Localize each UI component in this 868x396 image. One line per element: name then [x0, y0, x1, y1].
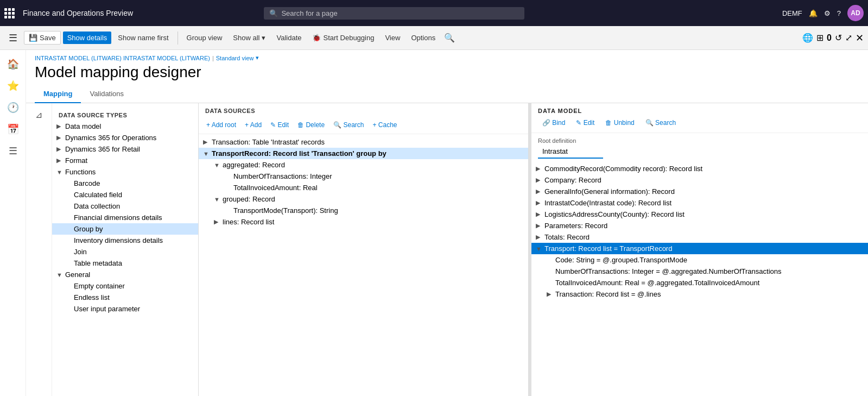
global-search[interactable]: 🔍 Search for a page: [264, 7, 524, 20]
tree-item-label: Inventory dimensions details: [74, 236, 163, 244]
tree-item-label: TransportMode(Transport): String: [233, 206, 338, 215]
save-button[interactable]: 💾 Save: [24, 31, 61, 45]
list-item[interactable]: Data collection: [52, 200, 198, 212]
edit-button[interactable]: ✎ Edit: [267, 120, 292, 130]
list-item[interactable]: ▶Parameters: Record: [531, 220, 868, 231]
list-item[interactable]: User input parameter: [52, 303, 198, 315]
tree-item-label: Dynamics 365 for Operations: [65, 134, 156, 142]
toolbar-right-icon-5[interactable]: ⤢: [845, 33, 852, 43]
list-item[interactable]: ▶Company: Record: [531, 174, 868, 186]
toolbar-right-icon-3[interactable]: 0: [827, 33, 832, 43]
tab-validations[interactable]: Validations: [81, 85, 132, 103]
cache-button[interactable]: + Cache: [369, 120, 400, 130]
data-source-types-tree: ▶Data model▶Dynamics 365 for Operations▶…: [52, 121, 198, 315]
search-button[interactable]: 🔍 Search: [330, 120, 367, 130]
tree-toggle-icon: ▼: [214, 196, 223, 203]
list-item[interactable]: Endless list: [52, 292, 198, 303]
list-item[interactable]: Barcode: [52, 178, 198, 189]
notification-icon[interactable]: 🔔: [809, 9, 818, 17]
bind-button[interactable]: 🔗 Bind: [538, 117, 569, 128]
root-definition-label: Root definition: [531, 133, 868, 145]
list-item[interactable]: ▶LogisticsAddressCounty(County): Record …: [531, 209, 868, 220]
nav-home-icon[interactable]: 🏠: [3, 54, 23, 74]
list-item[interactable]: ▶Format: [52, 155, 198, 166]
nav-calendar-icon[interactable]: 📅: [3, 120, 23, 139]
tree-toggle-icon: ▼: [214, 162, 223, 168]
options-button[interactable]: Options: [407, 32, 440, 44]
show-all-button[interactable]: Show all ▾: [229, 32, 270, 44]
tree-item-label: grouped: Record: [223, 195, 275, 203]
list-item[interactable]: ▶Data model: [52, 121, 198, 132]
tree-item-label: Totals: Record: [544, 233, 590, 241]
tree-item-label: NumberOfTransactions: Integer: [233, 172, 332, 180]
tree-toggle-icon: ▼: [56, 272, 65, 278]
nav-star-icon[interactable]: ⭐: [3, 76, 23, 96]
toolbar-right-icon-1[interactable]: 🌐: [802, 33, 813, 43]
chevron-down-icon: ▾: [262, 34, 265, 42]
unbind-button[interactable]: 🗑 Unbind: [601, 117, 638, 128]
list-item[interactable]: ▼aggregated: Record: [199, 159, 528, 171]
close-icon[interactable]: ✕: [856, 32, 864, 44]
validate-button[interactable]: Validate: [272, 32, 306, 44]
tree-item-label: Barcode: [74, 179, 100, 187]
list-item[interactable]: NumberOfTransactions: Integer: [199, 171, 528, 182]
add-button[interactable]: + Add: [242, 120, 265, 130]
list-item[interactable]: ▼TransportRecord: Record list 'Transacti…: [199, 148, 528, 159]
group-view-button[interactable]: Group view: [182, 32, 227, 44]
list-item[interactable]: ▶Transaction: Table 'Intrastat' records: [199, 136, 528, 148]
list-item[interactable]: TotalInvoicedAmount: Real = @.aggregated…: [531, 277, 868, 288]
waffle-menu[interactable]: [4, 8, 14, 18]
list-item[interactable]: NumberOfTransactions: Integer = @.aggreg…: [531, 266, 868, 277]
nav-recent-icon[interactable]: 🕐: [3, 98, 23, 117]
tab-mapping[interactable]: Mapping: [35, 85, 81, 103]
list-item[interactable]: ▶lines: Record list: [199, 216, 528, 228]
show-details-button[interactable]: Show details: [63, 32, 112, 44]
add-root-button[interactable]: + Add root: [203, 120, 239, 130]
list-item[interactable]: Calculated field: [52, 189, 198, 200]
list-item[interactable]: ▶Dynamics 365 for Operations: [52, 132, 198, 143]
toolbar-right-icon-4[interactable]: ↺: [835, 33, 842, 43]
list-item[interactable]: ▶Transaction: Record list = @.lines: [531, 288, 868, 300]
toolbar-search-icon[interactable]: 🔍: [444, 33, 455, 43]
list-item[interactable]: ▼Functions: [52, 166, 198, 178]
list-item[interactable]: ▶CommodityRecord(Commodity record): Reco…: [531, 163, 868, 174]
list-item[interactable]: ▶Totals: Record: [531, 231, 868, 243]
list-item[interactable]: Inventory dimensions details: [52, 235, 198, 246]
search-model-button[interactable]: 🔍 Search: [641, 117, 680, 128]
filter-icon[interactable]: ⊿: [35, 110, 42, 396]
settings-icon[interactable]: ⚙: [824, 9, 831, 17]
tree-item-label: Calculated field: [74, 191, 122, 199]
tree-toggle-icon: ▶: [56, 146, 65, 153]
list-item[interactable]: Empty container: [52, 280, 198, 292]
toolbar-right-icon-2[interactable]: ⊞: [816, 33, 823, 43]
data-sources-tree: ▶Transaction: Table 'Intrastat' records▼…: [199, 134, 528, 396]
start-debugging-button[interactable]: 🐞 Start Debugging: [308, 32, 378, 44]
delete-button[interactable]: 🗑 Delete: [294, 120, 328, 130]
page-title: Model mapping designer: [26, 61, 868, 85]
list-item[interactable]: ▼General: [52, 269, 198, 280]
list-item[interactable]: ▼Transport: Record list = TransportRecor…: [531, 243, 868, 254]
list-item[interactable]: Table metadata: [52, 257, 198, 269]
list-item[interactable]: ▶Dynamics 365 for Retail: [52, 143, 198, 155]
edit-model-button[interactable]: ✎ Edit: [572, 117, 599, 128]
list-item[interactable]: Join: [52, 246, 198, 257]
list-item[interactable]: TransportMode(Transport): String: [199, 205, 528, 216]
help-icon[interactable]: ?: [837, 9, 841, 17]
list-item[interactable]: Group by: [52, 223, 198, 235]
tree-item-label: TotalInvoicedAmount: Real: [233, 184, 318, 192]
hamburger-icon[interactable]: ☰: [4, 30, 22, 46]
list-item[interactable]: Code: String = @.grouped.TransportMode: [531, 254, 868, 266]
list-item[interactable]: ▶GeneralInfo(General information): Recor…: [531, 186, 868, 197]
breadcrumb-part1: INTRASTAT MODEL (LITWARE) INTRASTAT MODE…: [35, 55, 210, 61]
user-avatar[interactable]: AD: [847, 5, 864, 21]
tree-item-label: CommodityRecord(Commodity record): Recor…: [544, 165, 702, 173]
main-toolbar: ☰ 💾 Save Show details Show name first Gr…: [0, 26, 868, 50]
list-item[interactable]: ▼grouped: Record: [199, 193, 528, 205]
list-item[interactable]: ▶IntrastatCode(Intrastat code): Record l…: [531, 197, 868, 209]
view-button[interactable]: View: [381, 32, 404, 44]
show-name-first-button[interactable]: Show name first: [113, 32, 173, 44]
tree-item-label: IntrastatCode(Intrastat code): Record li…: [544, 199, 671, 207]
list-item[interactable]: TotalInvoicedAmount: Real: [199, 182, 528, 193]
list-item[interactable]: Financial dimensions details: [52, 212, 198, 223]
nav-list-icon[interactable]: ☰: [3, 141, 23, 161]
